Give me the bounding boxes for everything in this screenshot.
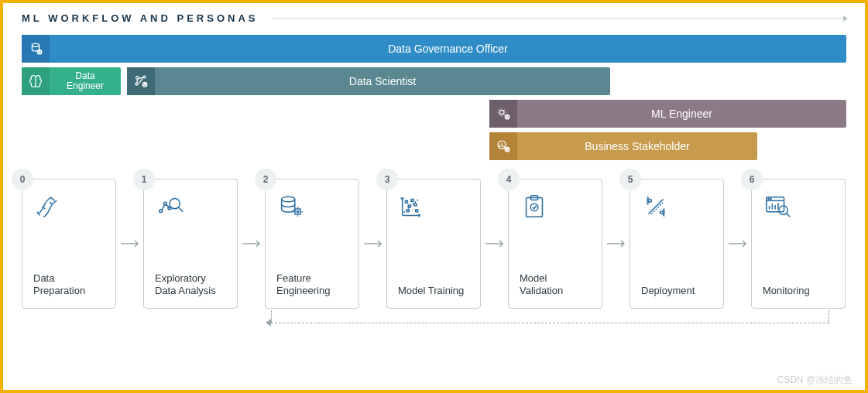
svg-rect-27 bbox=[527, 198, 543, 217]
svg-point-0 bbox=[32, 43, 39, 46]
persona-data-scientist: Data Scientist bbox=[127, 67, 610, 95]
svg-point-20 bbox=[297, 210, 298, 212]
persona-row-mle: ML Engineer bbox=[22, 100, 846, 128]
svg-point-18 bbox=[282, 196, 295, 202]
step-badge: 5 bbox=[619, 169, 641, 190]
step-badge: 3 bbox=[376, 169, 398, 190]
step-label: Model Validation bbox=[520, 272, 591, 298]
svg-point-34 bbox=[770, 198, 771, 199]
persona-data-scientist-label: Data Scientist bbox=[155, 75, 610, 87]
deploy-icon bbox=[641, 192, 671, 221]
svg-point-17 bbox=[170, 199, 180, 209]
arrow-icon bbox=[238, 179, 265, 309]
workflow-steps: 0 Data Preparation 1 Exploratory Data An… bbox=[22, 179, 846, 309]
step-label: Data Preparation bbox=[33, 272, 105, 298]
feedback-arrow-icon bbox=[266, 319, 271, 326]
persona-row-de-ds: Data Engineer Data Scientist bbox=[22, 67, 846, 95]
svg-point-29 bbox=[530, 203, 538, 211]
svg-point-30 bbox=[649, 200, 652, 203]
arrow-icon bbox=[116, 179, 143, 309]
diagram-frame: ML WORKFLOW AND PERSONAS Data Governance… bbox=[0, 0, 868, 393]
pipe-icon bbox=[33, 192, 63, 221]
feedback-line bbox=[829, 310, 829, 323]
title-rule-arrow bbox=[272, 18, 846, 19]
persona-ml-engineer: ML Engineer bbox=[489, 100, 846, 128]
persona-governance-officer: Data Governance Officer bbox=[22, 35, 846, 63]
db-gear-icon bbox=[276, 192, 306, 221]
arrow-icon bbox=[724, 179, 751, 309]
feedback-loop bbox=[22, 315, 846, 332]
svg-rect-21 bbox=[406, 200, 408, 203]
svg-rect-22 bbox=[411, 200, 413, 202]
feedback-line bbox=[271, 310, 272, 323]
persona-governance-label: Data Governance Officer bbox=[50, 43, 846, 55]
svg-rect-26 bbox=[416, 210, 418, 212]
svg-point-33 bbox=[768, 198, 769, 199]
persona-row-biz: Business Stakeholder bbox=[22, 132, 846, 160]
persona-data-engineer-label: Data Engineer bbox=[50, 71, 121, 91]
svg-point-4 bbox=[143, 76, 146, 78]
monitor-lens-icon bbox=[763, 192, 792, 221]
step-label: Deployment bbox=[641, 285, 712, 297]
scatter-lens-icon bbox=[155, 192, 184, 221]
arrow-icon bbox=[602, 179, 630, 309]
svg-point-19 bbox=[295, 209, 301, 215]
step-model-validation: 4 Model Validation bbox=[508, 179, 602, 309]
persona-data-engineer: Data Engineer bbox=[22, 67, 121, 95]
step-badge: 1 bbox=[133, 169, 155, 190]
step-label: Feature Engineering bbox=[276, 272, 348, 298]
step-label: Exploratory Data Analysis bbox=[155, 272, 226, 298]
train-icon bbox=[398, 192, 427, 221]
clipboard-icon bbox=[520, 192, 549, 221]
arrow-icon bbox=[481, 179, 508, 309]
chart-user-icon bbox=[489, 132, 517, 160]
persona-business-stakeholder-label: Business Stakeholder bbox=[517, 140, 757, 152]
gear-user-icon bbox=[489, 100, 517, 128]
svg-rect-24 bbox=[414, 203, 417, 206]
step-data-preparation: 0 Data Preparation bbox=[22, 179, 116, 309]
svg-point-3 bbox=[136, 77, 139, 80]
diagram-title: ML WORKFLOW AND PERSONAS bbox=[22, 12, 258, 24]
step-badge: 4 bbox=[498, 169, 520, 190]
title-row: ML WORKFLOW AND PERSONAS bbox=[22, 12, 846, 24]
step-deployment: 5 Deployment bbox=[630, 179, 724, 309]
step-feature-engineering: 2 Feature Engineering bbox=[265, 179, 359, 309]
svg-point-31 bbox=[660, 211, 664, 214]
svg-point-8 bbox=[499, 110, 504, 114]
persona-row-governance: Data Governance Officer bbox=[22, 35, 846, 63]
step-badge: 2 bbox=[255, 169, 276, 190]
watermark: CSDN @冻结的鱼 bbox=[777, 374, 853, 387]
network-user-icon bbox=[127, 67, 155, 95]
step-label: Monitoring bbox=[763, 285, 834, 297]
step-badge: 6 bbox=[741, 169, 763, 190]
feedback-line bbox=[271, 323, 829, 323]
step-exploratory-data-analysis: 1 Exploratory Data Analysis bbox=[143, 179, 238, 309]
step-badge: 0 bbox=[12, 169, 33, 190]
brain-icon bbox=[22, 67, 50, 95]
svg-point-5 bbox=[136, 83, 138, 85]
step-label: Model Training bbox=[398, 285, 469, 297]
arrow-icon bbox=[359, 179, 386, 309]
step-monitoring: 6 Monitoring bbox=[751, 179, 846, 309]
persona-business-stakeholder: Business Stakeholder bbox=[489, 132, 757, 160]
shield-db-icon bbox=[22, 35, 50, 63]
step-model-training: 3 Model Training bbox=[386, 179, 481, 309]
persona-ml-engineer-label: ML Engineer bbox=[517, 108, 846, 120]
personas-section: Data Governance Officer Data Engineer Da… bbox=[22, 35, 846, 160]
